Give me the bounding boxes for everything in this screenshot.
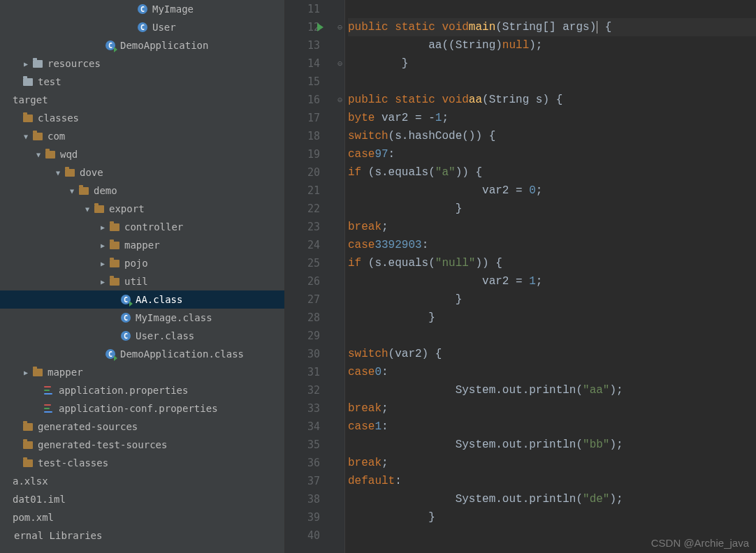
code-line[interactable]: byte var2 = -1; <box>348 109 756 127</box>
code-line[interactable]: case 1: <box>348 418 756 436</box>
expand-arrow-icon[interactable]: ▶ <box>98 242 108 249</box>
code-line[interactable]: case 3392903: <box>348 236 756 254</box>
tree-item[interactable]: generated-sources <box>0 418 284 436</box>
tree-item[interactable]: CDemoApplication.class <box>0 345 284 363</box>
expand-arrow-icon[interactable]: ▶ <box>98 260 108 267</box>
tree-item[interactable]: CMyImage.class <box>0 309 284 327</box>
tree-item[interactable]: CUser <box>0 18 284 36</box>
code-line[interactable]: } <box>348 54 756 73</box>
fold-marker <box>335 182 344 200</box>
code-line[interactable]: System.out.println("de"); <box>348 490 756 508</box>
app-root: CMyImageCUserCDemoApplication▶resourcest… <box>0 0 756 553</box>
tree-item[interactable]: ▶mapper <box>0 363 284 381</box>
code-line[interactable]: var2 = 0; <box>348 182 756 200</box>
line-number: 28 <box>285 309 335 327</box>
code-line[interactable] <box>348 327 756 345</box>
code-line[interactable]: case 97: <box>348 145 756 163</box>
code-line[interactable]: var2 = 1; <box>348 272 756 290</box>
expand-arrow-icon[interactable]: ▶ <box>21 369 31 376</box>
tree-item-label: generated-test-sources <box>38 439 167 450</box>
code-line[interactable]: break; <box>348 218 756 236</box>
tree-item[interactable]: CMyImage <box>0 0 284 18</box>
tree-item[interactable]: application-conf.properties <box>0 399 284 418</box>
tree-item[interactable]: CDemoApplication <box>0 36 284 54</box>
fold-marker[interactable]: ⊖ <box>335 91 344 109</box>
code-line[interactable]: if (s.equals("a")) { <box>348 163 756 182</box>
project-tree[interactable]: CMyImageCUserCDemoApplication▶resourcest… <box>0 0 285 553</box>
tree-item-label: User.class <box>136 330 194 341</box>
tree-item[interactable]: ▶mapper <box>0 236 284 254</box>
tree-item[interactable]: ▼demo <box>0 182 284 200</box>
fold-marker[interactable]: ⊖ <box>335 54 344 73</box>
tree-item[interactable]: dat01.iml <box>0 490 284 508</box>
fold-marker <box>335 309 344 327</box>
tree-item[interactable]: application.properties <box>0 381 284 399</box>
code-line[interactable]: if (s.equals("null")) { <box>348 254 756 272</box>
expand-arrow-icon[interactable]: ▼ <box>34 151 43 158</box>
tree-item[interactable]: pom.xml <box>0 508 284 526</box>
expand-arrow-icon[interactable]: ▶ <box>21 60 31 68</box>
expand-arrow-icon[interactable]: ▼ <box>82 205 92 213</box>
code-line[interactable]: aa((String)null); <box>348 36 756 54</box>
tree-item[interactable]: generated-test-sources <box>0 436 284 454</box>
code-line[interactable]: break; <box>348 399 756 418</box>
tree-item[interactable]: ▼export <box>0 200 284 218</box>
code-line[interactable]: default: <box>348 472 756 490</box>
folder-icon <box>32 367 43 378</box>
line-number: 37 <box>285 472 335 490</box>
code-line[interactable]: } <box>348 508 756 526</box>
folder-icon <box>22 76 34 87</box>
code-line[interactable]: public static void aa(String s) { <box>348 91 756 109</box>
fold-column[interactable]: ⊖⊖⊖ <box>335 0 345 553</box>
tree-item-label: dat01.iml <box>13 494 66 505</box>
tree-item[interactable]: test <box>0 73 284 91</box>
code-line[interactable]: } <box>348 200 756 218</box>
class-icon: C <box>137 22 148 33</box>
fold-marker[interactable]: ⊖ <box>335 18 344 36</box>
tree-item[interactable]: CAA.class <box>0 290 284 309</box>
line-number: 13 <box>285 36 335 54</box>
line-number: 34 <box>285 418 335 436</box>
line-number-gutter: 1112131415161718192021222324252627282930… <box>285 0 335 553</box>
tree-item[interactable]: CUser.class <box>0 327 284 345</box>
tree-item[interactable]: ▼com <box>0 127 284 145</box>
tree-item-label: a.xlsx <box>13 475 48 487</box>
expand-arrow-icon[interactable]: ▶ <box>98 278 108 286</box>
tree-item[interactable]: ▶resources <box>0 54 284 73</box>
line-number: 32 <box>285 381 335 399</box>
code-line[interactable]: public static void main(String[] args) { <box>348 18 756 36</box>
code-line[interactable]: } <box>348 309 756 327</box>
code-line[interactable] <box>348 73 756 91</box>
code-line[interactable]: switch(s.hashCode()) { <box>348 127 756 145</box>
expand-arrow-icon[interactable]: ▼ <box>53 169 63 177</box>
tree-item[interactable]: ▶util <box>0 272 284 290</box>
expand-arrow-icon[interactable]: ▶ <box>98 223 108 231</box>
code-line[interactable] <box>348 0 756 18</box>
code-editor: 1112131415161718192021222324252627282930… <box>285 0 756 553</box>
fold-marker <box>335 127 344 145</box>
fold-marker <box>335 145 344 163</box>
expand-arrow-icon[interactable]: ▼ <box>21 133 31 140</box>
tree-item[interactable]: ▼dove <box>0 163 284 182</box>
tree-item[interactable]: ▶controller <box>0 218 284 236</box>
code-line[interactable]: System.out.println("aa"); <box>348 381 756 399</box>
tree-item[interactable]: ernal Libraries <box>0 526 284 545</box>
line-number: 14 <box>285 54 335 73</box>
tree-item[interactable]: test-classes <box>0 454 284 472</box>
code-line[interactable]: switch(var2) { <box>348 345 756 363</box>
tree-item[interactable]: classes <box>0 109 284 127</box>
run-gutter-icon[interactable]: 12 <box>285 18 335 36</box>
code-line[interactable]: } <box>348 290 756 309</box>
tree-item[interactable]: ▶pojo <box>0 254 284 272</box>
expand-arrow-icon[interactable]: ▼ <box>67 187 77 195</box>
tree-item[interactable]: ▼wqd <box>0 145 284 163</box>
tree-item[interactable]: target <box>0 91 284 109</box>
code-line[interactable]: break; <box>348 454 756 472</box>
fold-marker <box>335 73 344 91</box>
code-line[interactable]: case 0: <box>348 363 756 381</box>
code-area[interactable]: public static void main(String[] args) {… <box>345 0 756 553</box>
fold-marker <box>335 109 344 127</box>
line-number: 38 <box>285 490 335 508</box>
tree-item[interactable]: a.xlsx <box>0 472 284 490</box>
code-line[interactable]: System.out.println("bb"); <box>348 436 756 454</box>
